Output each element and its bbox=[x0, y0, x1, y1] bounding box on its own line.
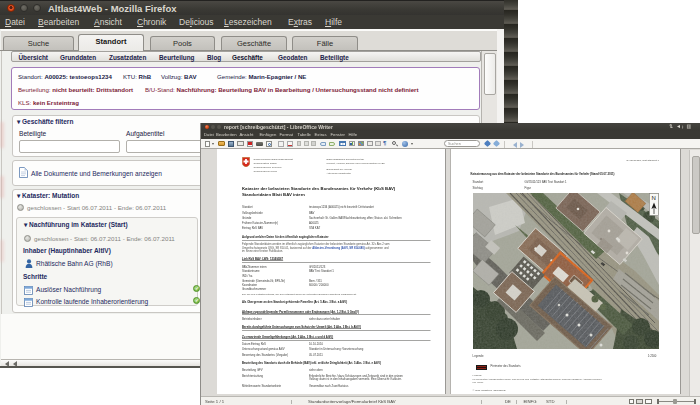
svg-text:N: N bbox=[652, 195, 656, 201]
